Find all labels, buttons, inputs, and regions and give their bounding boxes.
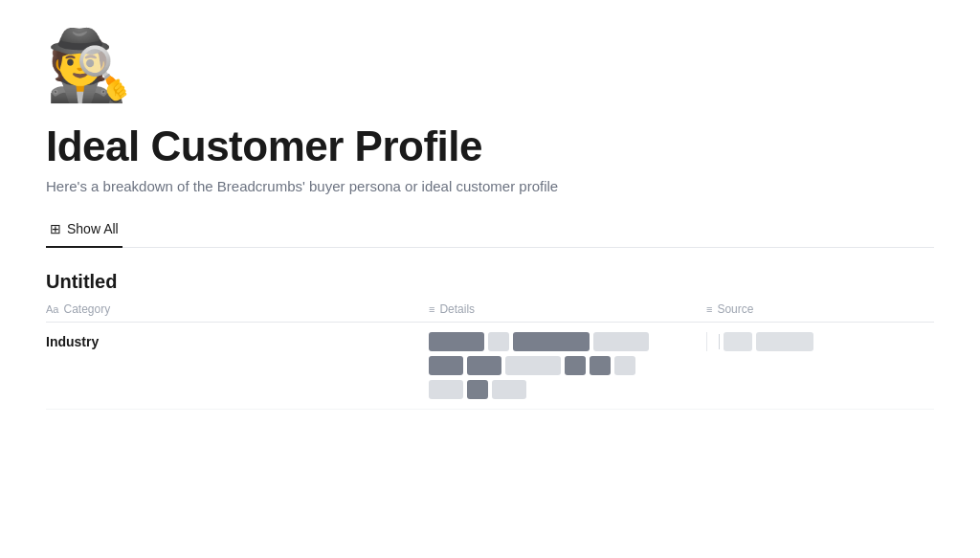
details-line-1 bbox=[429, 332, 706, 351]
blur-chip-6 bbox=[467, 356, 501, 375]
column-label-source: Source bbox=[717, 302, 753, 316]
page-emoji: 🕵️ bbox=[46, 31, 934, 100]
blur-chip-8 bbox=[565, 356, 586, 375]
blur-chip-12 bbox=[467, 380, 488, 399]
table-icon: ⊞ bbox=[50, 221, 61, 236]
blur-chip-9 bbox=[590, 356, 611, 375]
column-label-category: Category bbox=[63, 302, 110, 316]
tab-show-all[interactable]: ⊞ Show All bbox=[46, 213, 122, 248]
blur-chip-3 bbox=[513, 332, 590, 351]
page-container: 🕵️ Ideal Customer Profile Here's a break… bbox=[0, 0, 980, 410]
page-title: Ideal Customer Profile bbox=[46, 123, 934, 170]
details-line-3 bbox=[429, 380, 706, 399]
blur-chip-11 bbox=[429, 380, 463, 399]
table-header-row: Aa Category ≡ Details ≡ Source bbox=[46, 297, 934, 323]
aa-icon: Aa bbox=[46, 303, 58, 315]
source-divider bbox=[719, 334, 720, 349]
column-header-source: ≡ Source bbox=[706, 302, 934, 316]
column-header-category: Aa Category bbox=[46, 302, 429, 316]
category-value: Industry bbox=[46, 334, 99, 349]
source-line-1 bbox=[719, 332, 934, 351]
blur-chip-4 bbox=[593, 332, 649, 351]
list-icon-source: ≡ bbox=[706, 303, 712, 315]
blur-chip-10 bbox=[614, 356, 635, 375]
list-icon-details: ≡ bbox=[429, 303, 434, 315]
column-label-details: Details bbox=[439, 302, 475, 316]
cell-details bbox=[429, 332, 706, 399]
blur-chip-7 bbox=[505, 356, 561, 375]
table-row: Industry bbox=[46, 323, 934, 410]
tab-show-all-label: Show All bbox=[67, 221, 119, 236]
cell-category: Industry bbox=[46, 332, 429, 349]
column-header-details: ≡ Details bbox=[429, 302, 706, 316]
database-title: Untitled bbox=[46, 271, 934, 293]
cell-source bbox=[706, 332, 934, 351]
blur-chip-2 bbox=[488, 332, 509, 351]
tabs-row: ⊞ Show All bbox=[46, 213, 934, 248]
details-line-2 bbox=[429, 356, 706, 375]
blur-chip-1 bbox=[429, 332, 484, 351]
blur-chip-13 bbox=[492, 380, 526, 399]
database-section: Untitled Aa Category ≡ Details ≡ Source … bbox=[46, 271, 934, 410]
source-blur-2 bbox=[756, 332, 813, 351]
page-subtitle: Here's a breakdown of the Breadcrumbs' b… bbox=[46, 178, 934, 194]
blur-chip-5 bbox=[429, 356, 463, 375]
source-blur-1 bbox=[724, 332, 752, 351]
